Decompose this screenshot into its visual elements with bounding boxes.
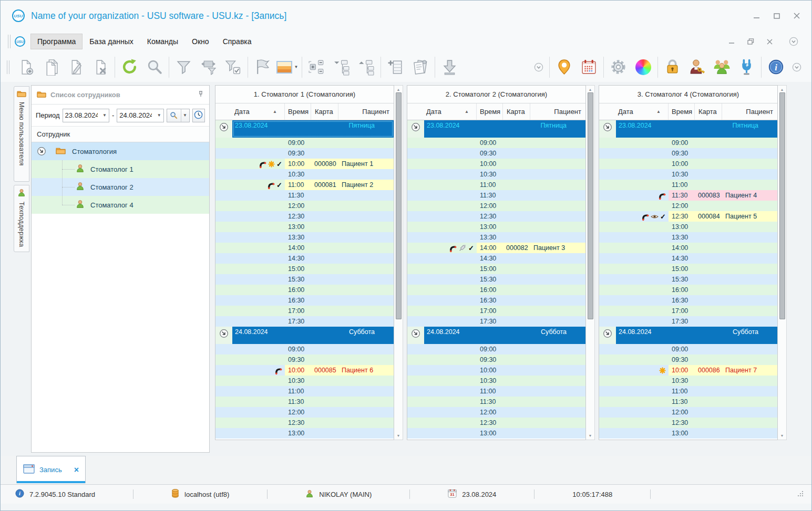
toolbar-overflow-chevron-icon[interactable] xyxy=(532,61,545,74)
column-header-time[interactable]: Время xyxy=(285,103,311,120)
menubar-options-chevron-icon[interactable] xyxy=(787,35,800,48)
flag-button[interactable] xyxy=(250,55,275,79)
time-slot-row[interactable]: 09:30 xyxy=(215,148,394,159)
column-header-card[interactable]: Карта xyxy=(503,103,530,120)
time-slot-row[interactable]: 13:30 xyxy=(407,232,585,243)
minimize-button[interactable] xyxy=(753,13,760,19)
column-header-date[interactable]: Дата▲ xyxy=(407,103,477,120)
collapse-group-icon[interactable] xyxy=(37,147,46,156)
row-add-button[interactable] xyxy=(383,55,408,79)
time-slot-row[interactable]: 17:30 xyxy=(407,316,585,327)
plug-button[interactable] xyxy=(734,55,759,79)
appointment-row[interactable]: ✓10:00000080Пациент 1 xyxy=(215,159,394,169)
filter-columns-button[interactable] xyxy=(196,55,221,79)
time-slot-row[interactable]: 14:00 xyxy=(599,243,777,253)
column-header-patient[interactable]: Пациент xyxy=(338,103,394,120)
scroll-down-icon[interactable]: ▼ xyxy=(397,434,400,437)
appointment-row[interactable]: ✓12:30000084Пациент 5 xyxy=(599,211,777,222)
time-slot-row[interactable]: 10:00 xyxy=(407,365,585,376)
time-slot-row[interactable]: 14:30 xyxy=(215,253,394,264)
time-slot-row[interactable]: 13:30 xyxy=(215,232,394,243)
time-slot-row[interactable]: 11:00 xyxy=(407,180,585,190)
menu-item-4[interactable]: Окно xyxy=(185,34,216,49)
scroll-up-icon[interactable]: ▲ xyxy=(780,88,784,91)
scrollbar-thumb[interactable] xyxy=(588,92,593,319)
doc-copy-button[interactable] xyxy=(38,55,63,79)
tab-support[interactable]: Техподдержка xyxy=(14,185,29,252)
appointment-row[interactable]: 11:30000083Пациент 4 xyxy=(599,190,777,201)
time-slot-row[interactable]: 13:30 xyxy=(599,232,777,243)
time-slot-row[interactable]: 09:30 xyxy=(407,354,585,365)
time-slot-row[interactable]: 17:00 xyxy=(407,306,585,316)
time-slot-row[interactable]: 11:00 xyxy=(599,180,777,190)
time-slot-row[interactable]: 09:00 xyxy=(407,138,585,148)
users-group-button[interactable] xyxy=(710,55,734,79)
time-slot-row[interactable]: 12:00 xyxy=(407,407,585,418)
tree-employee-row[interactable]: Стоматолог 1 xyxy=(32,160,209,178)
scrollbar-thumb[interactable] xyxy=(396,92,402,319)
scroll-up-icon[interactable]: ▲ xyxy=(397,88,400,91)
date-from-select[interactable]: 23.08.2024 ▼ xyxy=(63,109,109,122)
time-slot-row[interactable]: 17:30 xyxy=(599,316,777,327)
employee-column-header[interactable]: Сотрудник xyxy=(32,127,209,142)
info-icon[interactable]: i xyxy=(15,489,24,499)
time-slot-row[interactable]: 12:00 xyxy=(599,407,777,418)
column-header-date[interactable]: Дата▲ xyxy=(599,103,669,120)
filter-button[interactable] xyxy=(171,55,196,79)
doc-add-button[interactable] xyxy=(14,55,38,79)
menu-item-2[interactable]: База данных xyxy=(83,34,140,49)
collapse-group-icon[interactable] xyxy=(411,122,420,132)
time-slot-row[interactable]: 12:00 xyxy=(215,201,394,211)
time-slot-row[interactable]: 14:30 xyxy=(407,253,585,264)
time-slot-row[interactable]: 12:30 xyxy=(407,211,585,222)
date-to-select[interactable]: 24.08.2024 ▼ xyxy=(117,109,163,122)
download-button[interactable] xyxy=(437,55,462,79)
column-header-card[interactable]: Карта xyxy=(695,103,722,120)
time-slot-row[interactable]: 09:00 xyxy=(599,344,777,354)
time-slot-row[interactable]: 13:00 xyxy=(599,222,777,232)
refresh-button[interactable] xyxy=(117,55,142,79)
time-slot-row[interactable]: 11:00 xyxy=(215,386,394,397)
time-slot-row[interactable]: 13:00 xyxy=(599,428,777,439)
time-slot-row[interactable]: 15:30 xyxy=(215,274,394,285)
date-group-row[interactable]: 24.08.2024Суббота xyxy=(407,327,585,344)
tree-expand-button[interactable] xyxy=(304,55,329,79)
menu-item-3[interactable]: Команды xyxy=(140,34,185,49)
appointment-row[interactable]: 10:00000085Пациент 6 xyxy=(215,365,394,376)
time-slot-row[interactable]: 16:00 xyxy=(215,285,394,295)
time-slot-row[interactable]: 11:30 xyxy=(215,397,394,407)
time-slot-row[interactable]: 15:30 xyxy=(407,274,585,285)
gear-button[interactable] xyxy=(606,55,631,79)
time-slot-row[interactable]: 17:00 xyxy=(215,306,394,316)
vertical-scrollbar[interactable]: ▲▼ xyxy=(586,85,595,440)
branch-expand-button[interactable] xyxy=(354,55,378,79)
tree-group-row[interactable]: Стоматология xyxy=(32,142,209,160)
time-slot-row[interactable]: 13:00 xyxy=(407,222,585,232)
column-header-patient[interactable]: Пациент xyxy=(722,103,777,120)
info-button[interactable]: i xyxy=(764,55,788,79)
column-header-time[interactable]: Время xyxy=(669,103,695,120)
time-slot-row[interactable]: 09:00 xyxy=(215,344,394,354)
search-button[interactable]: ▼ xyxy=(167,109,190,122)
time-slot-row[interactable]: 12:30 xyxy=(215,418,394,428)
time-slot-row[interactable]: 15:30 xyxy=(599,274,777,285)
toolbar-end-chevron-icon[interactable] xyxy=(790,61,803,74)
time-slot-row[interactable]: 15:00 xyxy=(599,264,777,274)
time-slot-row[interactable]: 09:30 xyxy=(407,148,585,159)
appointment-row[interactable]: ✓14:00000082Пациент 3 xyxy=(407,243,585,253)
tab-zapis[interactable]: Запись × xyxy=(16,456,86,483)
time-slot-row[interactable]: 16:30 xyxy=(215,295,394,306)
time-slot-row[interactable]: 10:00 xyxy=(599,159,777,169)
time-slot-row[interactable]: 15:00 xyxy=(407,264,585,274)
time-slot-row[interactable]: 10:00 xyxy=(407,159,585,169)
tab-close-icon[interactable]: × xyxy=(74,466,79,474)
time-slot-row[interactable]: 09:00 xyxy=(215,138,394,148)
date-group-row[interactable]: 24.08.2024Суббота xyxy=(215,327,394,344)
mdi-restore-button[interactable] xyxy=(747,38,754,45)
time-slot-row[interactable]: 10:30 xyxy=(599,376,777,386)
time-slot-row[interactable]: 09:00 xyxy=(407,344,585,354)
report-button[interactable] xyxy=(408,55,433,79)
appointment-row[interactable]: 10:00000086Пациент 7 xyxy=(599,365,777,376)
time-slot-row[interactable]: 16:30 xyxy=(407,295,585,306)
time-slot-row[interactable]: 12:30 xyxy=(215,211,394,222)
